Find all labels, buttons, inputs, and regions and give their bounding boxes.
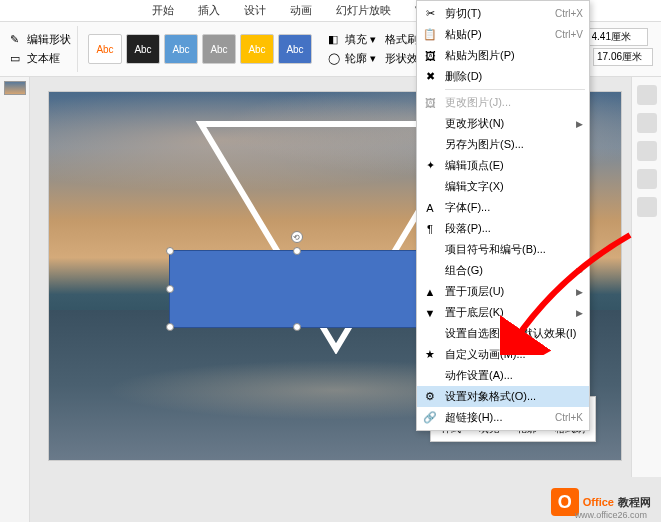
tab-start[interactable]: 开始 [140,0,186,21]
style-preset-6[interactable]: Abc [278,34,312,64]
menu-label: 剪切(T) [445,6,555,21]
menu-label: 编辑顶点(E) [445,158,583,173]
delete-icon: ✖ [421,70,439,84]
menu-item-5: 🖼更改图片(J)... [417,92,589,113]
watermark-url: www.office26.com [575,510,647,520]
selected-rectangle-shape[interactable]: ⟲ [169,250,424,328]
style-preset-3[interactable]: Abc [164,34,198,64]
resize-handle-s[interactable] [293,323,301,331]
style-preset-5[interactable]: Abc [240,34,274,64]
blank-icon [421,243,439,257]
menu-item-11[interactable]: ¶段落(P)... [417,218,589,239]
resize-handle-n[interactable] [293,247,301,255]
edit-shape-button[interactable]: ✎ 编辑形状 [8,31,73,48]
outline-label: 轮廓 [345,51,367,66]
format-painter-label: 格式刷 [385,32,418,47]
menu-item-16[interactable]: 设置自选图形的默认效果(I) [417,323,589,344]
menu-item-3[interactable]: ✖删除(D) [417,66,589,87]
tab-design[interactable]: 设计 [232,0,278,21]
edit-shape-label: 编辑形状 [27,32,71,47]
edit-shape-section: ✎ 编辑形状 ▭ 文本框 [4,26,78,72]
height-input[interactable] [588,28,648,46]
font-icon: A [421,201,439,215]
menu-item-6[interactable]: 更改形状(N)▶ [417,113,589,134]
panel-icon-1[interactable] [637,85,657,105]
watermark-text-1: Office [583,496,614,508]
copy-icon: 📋 [421,28,439,42]
back-icon: ▼ [421,306,439,320]
style-preset-1[interactable]: Abc [88,34,122,64]
menu-item-12[interactable]: 项目符号和编号(B)... [417,239,589,260]
menu-label: 粘贴为图片(P) [445,48,583,63]
slide-thumbnail-panel [0,77,30,522]
menu-item-2[interactable]: 🖼粘贴为图片(P) [417,45,589,66]
menu-separator [445,89,585,90]
blank-icon [421,327,439,341]
menu-label: 置于顶层(U) [445,284,576,299]
edit-shape-icon: ✎ [10,33,24,47]
textbox-button[interactable]: ▭ 文本框 [8,50,73,67]
link-icon: 🔗 [421,411,439,425]
menu-item-18[interactable]: 动作设置(A)... [417,365,589,386]
resize-handle-sw[interactable] [166,323,174,331]
menu-item-8[interactable]: ✦编辑顶点(E) [417,155,589,176]
watermark-text-2: 教程网 [618,495,651,510]
menu-label: 更改图片(J)... [445,95,583,110]
outline-icon: ◯ [328,52,342,66]
menu-item-20[interactable]: 🔗超链接(H)...Ctrl+K [417,407,589,428]
style-preset-4[interactable]: Abc [202,34,236,64]
context-menu: ✂剪切(T)Ctrl+X📋粘贴(P)Ctrl+V🖼粘贴为图片(P)✖删除(D)🖼… [416,0,590,431]
paste-img-icon: 🖼 [421,49,439,63]
menu-shortcut: Ctrl+V [555,29,583,40]
submenu-arrow-icon: ▶ [576,287,583,297]
submenu-arrow-icon: ▶ [576,266,583,276]
blank-icon [421,264,439,278]
change-pic-icon: 🖼 [421,96,439,110]
front-icon: ▲ [421,285,439,299]
menu-item-15[interactable]: ▼置于底层(K)▶ [417,302,589,323]
format-icon: ⚙ [421,390,439,404]
menu-item-1[interactable]: 📋粘贴(P)Ctrl+V [417,24,589,45]
fill-icon: ◧ [328,33,342,47]
menu-label: 粘贴(P) [445,27,555,42]
tab-animation[interactable]: 动画 [278,0,324,21]
blank-icon [421,180,439,194]
menu-item-14[interactable]: ▲置于顶层(U)▶ [417,281,589,302]
cut-icon: ✂ [421,7,439,21]
menu-label: 设置对象格式(O)... [445,389,583,404]
menu-item-0[interactable]: ✂剪切(T)Ctrl+X [417,3,589,24]
panel-icon-2[interactable] [637,113,657,133]
menu-item-10[interactable]: A字体(F)... [417,197,589,218]
menu-item-19[interactable]: ⚙设置对象格式(O)... [417,386,589,407]
resize-handle-w[interactable] [166,285,174,293]
slide-thumbnail-1[interactable] [4,81,26,95]
menu-label: 编辑文字(X) [445,179,583,194]
menu-label: 项目符号和编号(B)... [445,242,583,257]
resize-handle-nw[interactable] [166,247,174,255]
menu-label: 超链接(H)... [445,410,555,425]
textbox-icon: ▭ [10,52,24,66]
rotate-handle[interactable]: ⟲ [291,231,303,243]
fill-label: 填充 [345,32,367,47]
paragraph-icon: ¶ [421,222,439,236]
menu-label: 设置自选图形的默认效果(I) [445,326,583,341]
menu-label: 字体(F)... [445,200,583,215]
style-preset-2[interactable]: Abc [126,34,160,64]
tab-insert[interactable]: 插入 [186,0,232,21]
menu-label: 自定义动画(M)... [445,347,583,362]
menu-item-13[interactable]: 组合(G)▶ [417,260,589,281]
edit-points-icon: ✦ [421,159,439,173]
blank-icon [421,117,439,131]
panel-icon-5[interactable] [637,197,657,217]
panel-icon-3[interactable] [637,141,657,161]
width-input[interactable] [593,48,653,66]
menu-item-7[interactable]: 另存为图片(S)... [417,134,589,155]
menu-label: 另存为图片(S)... [445,137,583,152]
panel-icon-4[interactable] [637,169,657,189]
menu-item-17[interactable]: ★自定义动画(M)... [417,344,589,365]
menu-label: 组合(G) [445,263,576,278]
blank-icon [421,369,439,383]
textbox-label: 文本框 [27,51,60,66]
menu-item-9[interactable]: 编辑文字(X) [417,176,589,197]
tab-slideshow[interactable]: 幻灯片放映 [324,0,403,21]
